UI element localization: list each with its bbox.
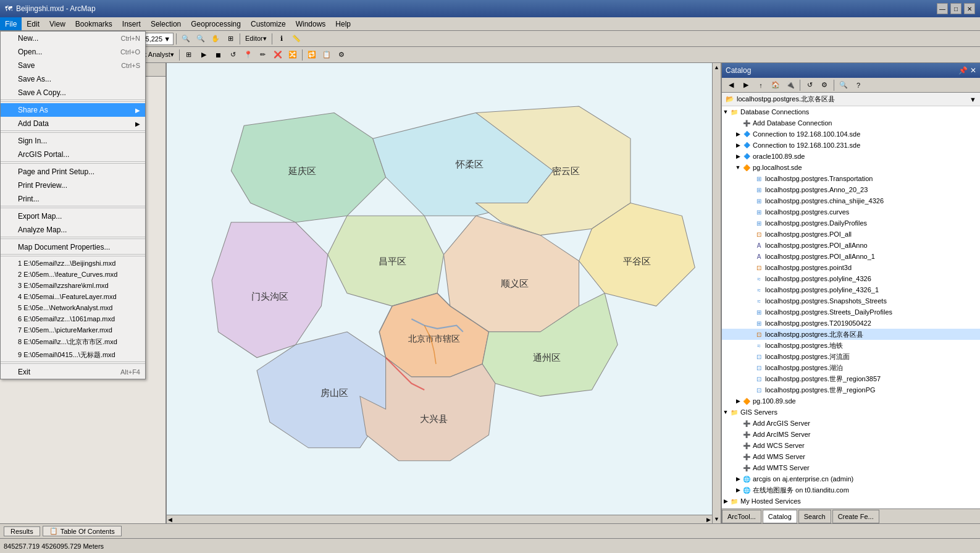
- tree-transportation[interactable]: ⊞ localhostpg.postgres.Transportation: [722, 173, 980, 184]
- menu-selection[interactable]: Selection: [146, 17, 186, 30]
- tree-world-regionpg[interactable]: ⊡ localhostpg.postgres.世界_regionPG: [722, 384, 980, 395]
- exp-ent[interactable]: ▶: [734, 476, 742, 482]
- tree-pg-100-89[interactable]: ▶ 🔶 pg.100.89.sde: [722, 395, 980, 407]
- tree-conn-192-231[interactable]: ▶ 🔷 Connection to 192.168.100.231.sde: [722, 140, 980, 151]
- tree-point3d[interactable]: ⊡ localhostpg.postgres.point3d: [722, 262, 980, 273]
- tree-arcgis-enterprise[interactable]: ▶ 🌐 arcgis on aj.enterprise.cn (admin): [722, 473, 980, 484]
- menu-arcgisportal[interactable]: ArcGIS Portal...: [1, 148, 145, 161]
- catalog-tab-arctool[interactable]: ArcTool...: [722, 510, 761, 523]
- tree-poi-all[interactable]: ⊡ localhostpg.postgres.POI_all: [722, 229, 980, 240]
- tree-t2019[interactable]: ⊞ localhostpg.postgres.T2019050422: [722, 318, 980, 329]
- map-scrollbar-v[interactable]: ▲ ▼: [712, 63, 721, 523]
- tab-results[interactable]: Results: [4, 526, 40, 536]
- tree-world-region3857[interactable]: ⊡ localhostpg.postgres.世界_region3857: [722, 373, 980, 384]
- catalog-fwd[interactable]: ▶: [739, 78, 753, 92]
- menu-edit[interactable]: Edit: [22, 17, 44, 30]
- catalog-tab-search[interactable]: Search: [798, 510, 831, 523]
- tree-dailyprofiles[interactable]: ⊞ localhostpg.postgres.DailyProfiles: [722, 217, 980, 229]
- map-scrollbar-h[interactable]: ◀ ▶: [167, 515, 712, 523]
- tree-curves[interactable]: ⊞ localhostpg.postgres.curves: [722, 206, 980, 217]
- title-bar-controls[interactable]: — □ ✕: [937, 3, 975, 14]
- tree-database-connections[interactable]: ▼ 📁 Database Connections: [722, 106, 980, 117]
- catalog-tab-createfe[interactable]: Create Fe...: [832, 510, 879, 523]
- tree-metro[interactable]: ≈ localhostpg.postgres.地铁: [722, 340, 980, 351]
- menu-signin[interactable]: Sign In...: [1, 134, 145, 148]
- tb-zoomout[interactable]: 🔍: [194, 32, 207, 46]
- tree-lake[interactable]: ⊡ localhostpg.postgres.湖泊: [722, 362, 980, 373]
- exp-c1[interactable]: ▶: [734, 131, 742, 137]
- tb-na3[interactable]: ⏹: [212, 48, 225, 62]
- minimize-button[interactable]: —: [937, 3, 948, 14]
- tree-streets-daily[interactable]: ⊞ localhostpg.postgres.Streets_DailyProf…: [722, 306, 980, 318]
- menu-windows[interactable]: Windows: [291, 17, 331, 30]
- catalog-pin-icon[interactable]: 📌: [958, 66, 968, 75]
- tree-add-arcgis[interactable]: ➕ Add ArcGIS Server: [722, 418, 980, 429]
- recent-1[interactable]: 1 E:\05email\zz...\Beijingshi.mxd: [1, 258, 145, 269]
- tb-na6[interactable]: ✏: [256, 48, 270, 62]
- menu-analyzemap[interactable]: Analyze Map...: [1, 223, 145, 237]
- tree-anno2023[interactable]: ⊞ localhostpg.postgres.Anno_20_23: [722, 184, 980, 195]
- tree-snapshots[interactable]: ≈ localhostpg.postgres.Snapshots_Streets: [722, 295, 980, 306]
- tree-beijing-districts[interactable]: ⊡ localhostpg.postgres.北京各区县: [722, 329, 980, 340]
- recent-5[interactable]: 5 E:\05e...\NetworkAnalyst.mxd: [1, 302, 145, 313]
- catalog-location-dropdown[interactable]: ▼: [970, 96, 976, 103]
- tb-na1[interactable]: ⊞: [182, 48, 196, 62]
- catalog-back[interactable]: ◀: [724, 78, 738, 92]
- tb-pan[interactable]: ✋: [209, 32, 222, 46]
- tree-river[interactable]: ⊡ localhostpg.postgres.河流面: [722, 351, 980, 362]
- catalog-close-icon[interactable]: ✕: [970, 66, 976, 75]
- catalog-home[interactable]: 🏠: [769, 78, 782, 92]
- tree-poi-allanno[interactable]: A localhostpg.postgres.POI_allAnno: [722, 240, 980, 251]
- tree-add-db-connection[interactable]: ➕ Add Database Connection: [722, 117, 980, 129]
- catalog-up[interactable]: ↑: [754, 78, 768, 92]
- menu-help[interactable]: Help: [330, 17, 356, 30]
- tree-my-hosted[interactable]: ▶ 📁 My Hosted Services: [722, 496, 980, 507]
- tb-zoomin[interactable]: 🔍: [179, 32, 193, 46]
- catalog-connect[interactable]: 🔌: [784, 78, 797, 92]
- menu-printpreview[interactable]: Print Preview...: [1, 179, 145, 192]
- menu-exit[interactable]: Exit Alt+F4: [1, 365, 145, 379]
- menu-exportmap[interactable]: Export Map...: [1, 209, 145, 223]
- tree-gis-servers[interactable]: ▼ 📁 GIS Servers: [722, 407, 980, 418]
- tree-oracle[interactable]: ▶ 🔷 oracle100.89.sde: [722, 151, 980, 162]
- menu-file[interactable]: File: [0, 17, 22, 30]
- tab-toc[interactable]: 📋 Table Of Contents: [43, 526, 122, 536]
- tree-polyline4326-1[interactable]: ≈ localhostpg.postgres.polyline_4326_1: [722, 284, 980, 295]
- menu-open[interactable]: Open... Ctrl+O: [1, 45, 145, 59]
- menu-mapdocprops[interactable]: Map Document Properties...: [1, 240, 145, 254]
- tb-measure[interactable]: 📏: [290, 32, 303, 46]
- recent-8[interactable]: 8 E:\05email\z...\北京市市区.mxd: [1, 336, 145, 348]
- tree-tianditu[interactable]: ▶ 🌐 在线地图服务 on t0.tianditu.com: [722, 484, 980, 496]
- exp-pg[interactable]: ▼: [734, 164, 742, 171]
- recent-7[interactable]: 7 E:\05em...\pictureMarker.mxd: [1, 324, 145, 336]
- tb-identify[interactable]: ℹ: [275, 32, 288, 46]
- map-area[interactable]: 延庆区 怀柔区 密云区 平谷区 昌平区 顺义区 门头沟区: [167, 63, 721, 523]
- tb-na2[interactable]: ▶: [197, 48, 211, 62]
- catalog-search[interactable]: 🔍: [837, 78, 850, 92]
- menu-saveas[interactable]: Save As...: [1, 72, 145, 86]
- recent-3[interactable]: 3 E:\05email\zzshare\kml.mxd: [1, 280, 145, 291]
- tree-conn-192-104[interactable]: ▶ 🔷 Connection to 192.168.100.104.sde: [722, 129, 980, 140]
- exp-hosted[interactable]: ▶: [722, 498, 729, 504]
- menu-print[interactable]: Print...: [1, 192, 145, 206]
- maximize-button[interactable]: □: [950, 3, 961, 14]
- exp-tian[interactable]: ▶: [734, 487, 742, 493]
- tb-na4[interactable]: ↺: [227, 48, 240, 62]
- catalog-refresh[interactable]: ↺: [803, 78, 816, 92]
- menu-shareas[interactable]: Share As ▶: [1, 103, 145, 117]
- tree-china-shijie[interactable]: ⊞ localhostpg.postgres.china_shijie_4326: [722, 195, 980, 206]
- close-button[interactable]: ✕: [964, 3, 975, 14]
- tree-add-wmts[interactable]: ➕ Add WMTS Server: [722, 462, 980, 473]
- menu-view[interactable]: View: [44, 17, 70, 30]
- tb-na7[interactable]: ❌: [271, 48, 285, 62]
- tree-add-arcims[interactable]: ➕ Add ArcIMS Server: [722, 429, 980, 440]
- menu-geoprocessing[interactable]: Geoprocessing: [186, 17, 246, 30]
- catalog-options[interactable]: ⚙: [818, 78, 831, 92]
- tree-add-wms[interactable]: ➕ Add WMS Server: [722, 451, 980, 462]
- menu-saveacopy[interactable]: Save A Copy...: [1, 86, 145, 99]
- exp-c2[interactable]: ▶: [734, 142, 742, 148]
- tb-na9[interactable]: 🔁: [305, 48, 319, 62]
- menu-insert[interactable]: Insert: [117, 17, 146, 30]
- tb-na8[interactable]: 🔀: [286, 48, 299, 62]
- catalog-tab-catalog[interactable]: Catalog: [763, 510, 797, 523]
